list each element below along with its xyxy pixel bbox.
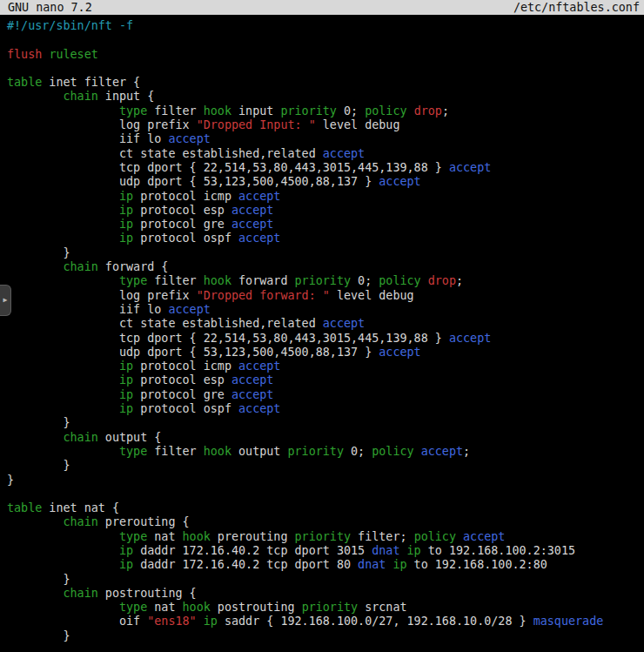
code-token: type [119,530,147,543]
code-token: accept [231,218,273,231]
sidebar-toggle[interactable]: ▶ [0,285,11,316]
code-token [7,445,119,458]
code-token: nat [147,530,182,543]
code-token: ip [119,544,133,557]
code-token: tcp dport { 22,514,53,80,443,3015,445,13… [7,332,449,345]
code-line: chain input { [7,90,644,104]
code-line: ip protocol ospf accept [7,232,644,245]
code-line: oif "ens18" ip saddr { 192.168.100.0/27,… [7,615,644,628]
code-token: prerouting { [98,515,190,528]
code-token: accept [379,346,420,359]
code-token: filter; [351,530,414,543]
code-token [7,218,119,231]
code-token: ; [442,104,449,118]
code-token: } [7,474,14,487]
code-token: accept [323,147,365,160]
code-line: log prefix "Dropped forward: " level deb… [7,289,644,303]
code-token: table [7,501,42,514]
code-token: to 192.168.100.2:80 [407,558,547,571]
code-line: ct state established,related accept [7,147,644,161]
code-line: chain postrouting { [7,587,644,601]
code-token: priority [295,530,352,543]
code-token [7,402,119,415]
code-token: chain [64,515,98,528]
code-token: forward [231,274,295,287]
code-token: masquerade [533,615,604,628]
code-token: iif lo [7,132,168,145]
code-token: protocol ospf [133,402,238,415]
code-token: ip [119,402,133,415]
code-token: } [7,573,70,586]
code-token: ip [119,204,133,217]
code-token: } [7,246,70,259]
code-token: srcnat [358,601,406,614]
code-token: chain [64,90,98,103]
code-token: hook [204,274,231,287]
code-token: chain [64,260,98,273]
code-token: policy [379,274,420,287]
code-line: type filter hook forward priority 0; pol… [7,274,644,288]
editor-content[interactable]: #!/usr/sbin/nft -fflush rulesettable ine… [0,15,644,652]
chevron-right-icon: ▶ [3,297,8,304]
terminal-window: GNU nano 7.2 /etc/nftables.conf #!/usr/s… [0,0,644,652]
code-token [7,204,119,217]
code-token: } [7,459,70,472]
code-token [414,445,421,458]
code-token [7,274,119,287]
code-token: priority [280,104,337,118]
code-token: filter [147,445,204,458]
code-line: type nat hook postrouting priority srcna… [7,601,644,615]
code-line: chain output { [7,431,644,445]
code-line: ip protocol gre accept [7,388,644,402]
code-token [7,388,119,401]
code-token: oif [7,615,147,628]
code-line: tcp dport { 22,514,53,80,443,3015,445,13… [7,161,644,175]
code-token: input { [98,90,155,103]
code-token: type [119,274,147,287]
code-line: ip protocol esp accept [7,373,644,387]
code-token: accept [238,232,280,245]
code-token: udp dport { 53,123,500,4500,88,137 } [7,175,379,188]
code-token: dnat [372,544,399,557]
code-token: iif lo [7,303,168,316]
code-token: ct state established,related [7,147,323,160]
code-line: iif lo accept [7,303,644,317]
code-token: chain [64,431,98,444]
code-token: accept [168,132,210,145]
code-token: ip [119,388,133,401]
code-token: ruleset [49,48,97,61]
code-token: hook [183,601,211,614]
code-line: } [7,459,644,473]
code-token: ; [456,274,463,287]
code-line: } [7,629,644,643]
code-token: protocol icmp [133,190,238,203]
code-token: policy [372,445,413,458]
code-token: hook [204,445,231,458]
code-line: chain forward { [7,260,644,274]
code-token: accept [379,175,420,188]
code-token: ip [204,615,218,628]
code-line: udp dport { 53,123,500,4500,88,137 } acc… [7,175,644,189]
code-token: accept [463,530,505,543]
code-token: accept [231,373,273,386]
code-token: type [119,601,147,614]
code-token: "Dropped forward: " [197,289,330,302]
code-token: level debug [330,289,414,302]
code-token: input [231,104,280,118]
code-token [7,431,64,444]
code-token: inet filter { [42,76,140,89]
code-token [7,260,64,273]
code-line: ip daddr 172.16.40.2 tcp dport 3015 dnat… [7,544,644,558]
code-token: output [231,445,288,458]
code-token [7,515,64,528]
code-line: ip protocol esp accept [7,204,644,218]
code-token: 0; [337,104,365,118]
code-token: tcp dport { 22,514,53,80,443,3015,445,13… [7,161,449,174]
code-token [7,373,119,386]
code-token: forward { [98,260,169,273]
code-token [197,615,204,628]
code-line: ip protocol ospf accept [7,402,644,416]
code-line: type nat hook prerouting priority filter… [7,530,644,544]
code-token: ip [119,232,133,245]
code-token [7,232,119,245]
